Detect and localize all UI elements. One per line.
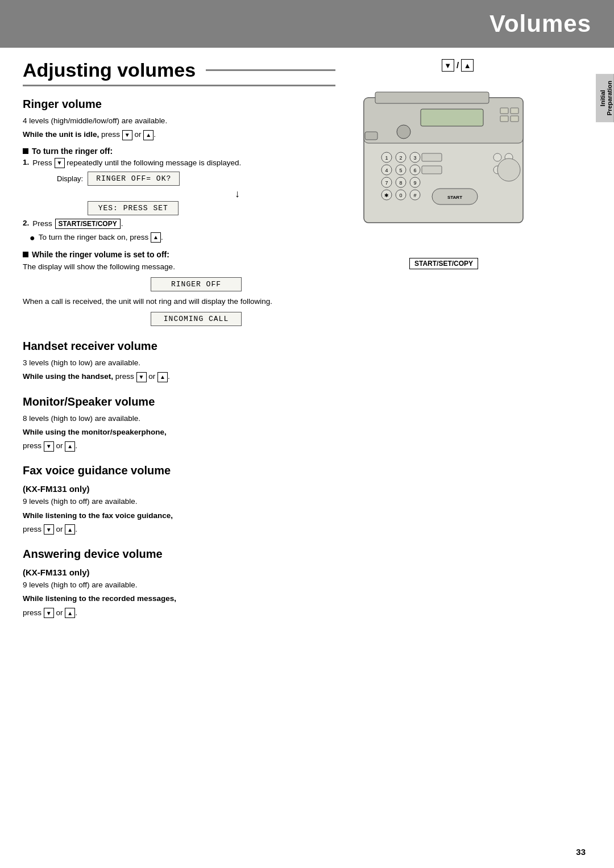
section-heading-ringer: Ringer volume [23,98,335,111]
svg-point-25 [497,158,520,181]
svg-text:8: 8 [399,180,402,186]
answering-up-key[interactable]: ▲ [65,608,75,618]
monitor-press: press ▼ or ▲. [23,440,335,452]
answering-down-key[interactable]: ▼ [44,608,54,618]
svg-text:7: 7 [385,180,388,186]
updown-label: ▼ / ▲ [358,59,557,72]
svg-text:START: START [447,195,462,200]
page-number: 33 [576,847,586,857]
monitor-while-bold: While using the monitor/speakerphone, [23,428,167,436]
fax-while: While listening to the fax voice guidanc… [23,510,335,521]
ringer-off-desc: The display will show the following mess… [23,261,335,273]
up-arrow-back-on[interactable]: ▲ [151,232,161,243]
monitor-while: While using the monitor/speakerphone, [23,427,335,438]
svg-rect-3 [421,109,483,126]
fax-press: press ▼ or ▲. [23,524,335,535]
svg-text:4: 4 [385,168,388,173]
ringer-off-heading-row: While the ringer volume is set to off: [23,250,335,259]
svg-text:9: 9 [413,180,416,186]
display-ringer-off-box: RINGER OFF [57,277,335,291]
header-title: Volumes [489,10,591,37]
down-arrow-key[interactable]: ▼ [122,130,132,140]
handset-up-key[interactable]: ▲ [157,372,168,382]
svg-text:5: 5 [399,168,402,173]
vol-up-label: ▲ [461,59,474,72]
handset-while: While using the handset, press ▼ or ▲. [23,371,335,382]
black-square-bullet [23,148,28,154]
display-yes-press-set-row: Display: YES: PRESS SET [57,201,335,215]
side-tab-initial-preparation: Initial Preparation [596,74,614,122]
section-heading-monitor: Monitor/Speaker volume [23,395,335,408]
up-arrow-key[interactable]: ▲ [143,130,154,140]
black-square-bullet2 [23,252,28,257]
display-yes-press-set: YES: PRESS SET [88,201,179,215]
display-ringer-off-ok: RINGER OFF= OK? [88,172,180,186]
device-illustration: ▼ / ▲ 1 2 3 [358,59,557,269]
svg-rect-11 [500,108,508,114]
section-heading-answering: Answering device volume [23,548,335,561]
ringer-step2-list: 2. Press START/SET/COPY. [23,219,335,229]
turn-off-heading: To turn the ringer off: [32,147,113,156]
step-1: 1. Press ▼ repeatedly until the followin… [23,158,335,168]
start-set-copy-label: START/SET/COPY [409,258,478,269]
svg-rect-23 [422,166,442,174]
answering-while: While listening to the recorded messages… [23,593,335,604]
ringer-intro: 4 levels (high/middle/low/off) are avail… [23,115,335,127]
answering-intro: 9 levels (high to off) are available. [23,579,335,591]
ringer-while-idle-bold: While the unit is idle, [23,130,99,139]
section-heading-handset: Handset receiver volume [23,340,335,353]
vol-down-label: ▼ [442,59,454,72]
display-incoming-call: INCOMING CALL [151,312,242,326]
monitor-up-key[interactable]: ▲ [65,441,75,452]
fax-down-key[interactable]: ▼ [44,524,54,535]
display-label-row: Display: RINGER OFF= OK? [57,172,335,186]
device-svg: 1 2 3 4 5 6 [358,75,540,257]
turn-off-heading-row: To turn the ringer off: [23,147,335,156]
turn-ringer-back-sub: ● To turn the ringer back on, press ▲. [30,232,335,243]
svg-text:#: # [413,193,416,198]
svg-text:1: 1 [385,155,388,161]
arrow-down-indicator: ↓ [139,188,335,200]
section-heading-fax: Fax voice guidance volume [23,464,335,477]
handset-intro: 3 levels (high to low) are available. [23,357,335,369]
answering-press: press ▼ or ▲. [23,607,335,619]
main-content: Adjusting volumes Ringer volume 4 levels… [0,48,614,638]
display-box-area: Display: RINGER OFF= OK? ↓ Display: YES:… [57,172,335,215]
right-content: ▼ / ▲ 1 2 3 [352,48,569,638]
page-title: Adjusting volumes [23,59,335,86]
fax-up-key[interactable]: ▲ [65,524,75,535]
svg-rect-12 [511,108,518,114]
svg-text:3: 3 [413,155,416,161]
ringer-while-idle: While the unit is idle, press ▼ or ▲. [23,129,335,140]
when-call-text: When a call is received, the unit will n… [23,296,335,307]
svg-text:6: 6 [413,168,416,173]
fax-while-bold: While listening to the fax voice guidanc… [23,511,173,520]
start-set-copy-button[interactable]: START/SET/COPY [55,219,121,229]
page-header: Volumes [0,0,614,48]
fax-subheading: (KX-FM131 only) [23,484,335,494]
svg-text:0: 0 [399,193,402,198]
handset-down-key[interactable]: ▼ [136,372,147,382]
svg-point-40 [397,125,410,139]
left-content: Adjusting volumes Ringer volume 4 levels… [0,48,352,638]
fax-intro: 9 levels (high to off) are available. [23,496,335,507]
svg-text:✱: ✱ [384,193,389,198]
monitor-intro: 8 levels (high to low) are available. [23,413,335,424]
display-label: Display: [57,174,83,183]
svg-rect-2 [375,92,489,103]
svg-rect-14 [511,116,518,122]
step-2: 2. Press START/SET/COPY. [23,219,335,229]
answering-subheading: (KX-FM131 only) [23,567,335,577]
svg-text:2: 2 [399,155,402,161]
step1-down-key[interactable]: ▼ [55,158,65,168]
svg-rect-13 [500,116,508,122]
monitor-down-key[interactable]: ▼ [44,441,54,452]
svg-point-15 [493,153,501,161]
display-incoming-call-box: INCOMING CALL [57,312,335,326]
svg-rect-41 [365,132,377,140]
handset-while-bold: While using the handset, [23,372,113,381]
answering-while-bold: While listening to the recorded messages… [23,594,176,603]
ringer-steps: 1. Press ▼ repeatedly until the followin… [23,158,335,168]
svg-rect-10 [422,153,442,161]
ringer-off-heading: While the ringer volume is set to off: [32,250,169,259]
